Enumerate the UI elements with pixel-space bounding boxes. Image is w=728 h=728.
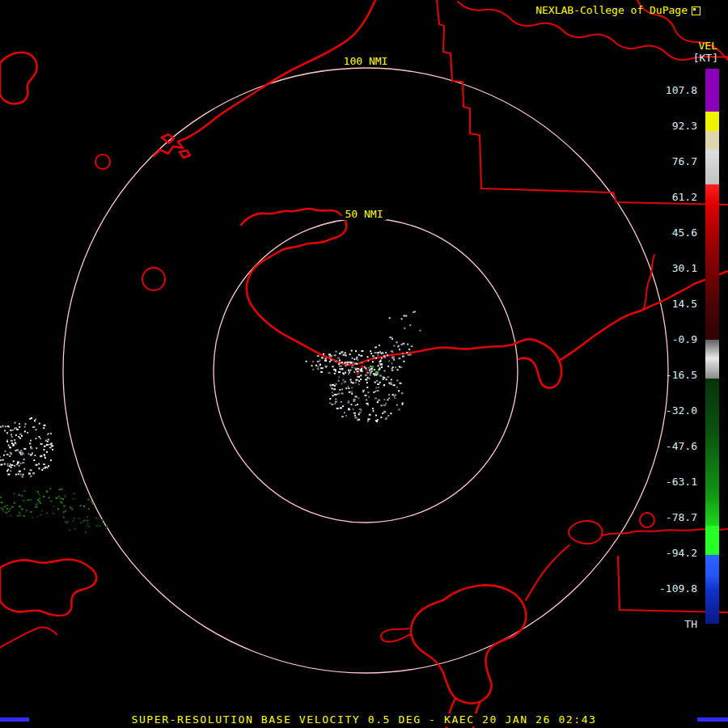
echo-pixel [84, 520, 86, 522]
echo-pixel [378, 365, 379, 366]
echo-pixel [348, 374, 349, 375]
echo-pixel [345, 365, 347, 366]
echo-pixel [369, 378, 370, 379]
echo-pixel [414, 311, 416, 312]
echo-pixel [30, 454, 32, 455]
echo-pixel [342, 405, 344, 407]
echo-pixel [41, 469, 43, 471]
echo-pixel [398, 408, 400, 410]
echo-pixel [385, 403, 387, 404]
echo-pixel [53, 506, 55, 507]
echo-pixel [373, 392, 375, 393]
echo-pixel [15, 474, 17, 476]
echo-pixel [36, 447, 37, 449]
ring-label-100nmi: 100 NMI [341, 56, 392, 67]
colorbar-units: [KT] [693, 53, 718, 64]
echo-pixel [5, 451, 6, 452]
echo-pixel [23, 515, 25, 517]
echo-pixel [6, 505, 8, 506]
echo-pixel [50, 501, 53, 502]
echo-pixel [44, 457, 46, 459]
echo-pixel [370, 368, 373, 370]
echo-pixel [334, 354, 336, 356]
echo-pixel [7, 474, 10, 476]
echo-pixel [28, 453, 30, 455]
echo-pixel [0, 497, 2, 498]
echo-pixel [23, 468, 25, 470]
echo-pixel [356, 363, 358, 365]
echo-pixel [2, 459, 4, 461]
echo-pixel [372, 408, 374, 409]
echo-pixel [339, 368, 341, 370]
echo-pixel [361, 409, 362, 411]
echo-pixel [393, 345, 395, 347]
echo-pixel [329, 361, 331, 362]
echo-pixel [365, 367, 366, 369]
echo-pixel [18, 436, 19, 438]
echo-pixel [35, 438, 36, 439]
echo-pixel [65, 497, 66, 498]
echo-pixel [390, 382, 392, 383]
echo-pixel [387, 376, 389, 378]
echo-pixel [30, 511, 32, 513]
echo-pixel [404, 315, 406, 316]
echo-pixel [0, 426, 2, 428]
blob-lowerleft [0, 559, 96, 616]
station-flag-icon [692, 6, 700, 15]
echo-pixel [374, 369, 375, 370]
echo-pixel [39, 495, 40, 497]
echo-pixel [379, 369, 380, 370]
echo-pixel [32, 452, 33, 454]
echo-pixel [337, 358, 340, 359]
echo-pixel [74, 518, 75, 519]
echo-pixel [408, 354, 409, 356]
echo-pixel [349, 371, 350, 373]
echo-pixel [340, 407, 342, 408]
echo-pixel [348, 370, 349, 371]
echo-pixel [399, 366, 400, 367]
echo-pixel [71, 509, 73, 510]
echo-pixel [40, 438, 41, 439]
echo-pixel [368, 367, 370, 369]
echo-pixel [391, 350, 393, 352]
echo-pixel [11, 430, 14, 431]
echo-pixel [352, 365, 353, 366]
echo-pixel [359, 412, 362, 413]
echo-pixel [383, 384, 385, 386]
island-northwest-1 [162, 134, 174, 143]
echo-pixel [6, 454, 9, 455]
echo-pixel [370, 374, 371, 375]
echo-pixel [341, 362, 343, 363]
echo-pixel [380, 417, 382, 418]
echo-pixel [87, 526, 88, 527]
echo-pixel [345, 362, 346, 363]
echo-pixel [341, 388, 343, 390]
echo-pixel [30, 440, 32, 442]
echo-pixel [4, 430, 6, 431]
echo-pixel [30, 499, 32, 501]
echo-pixel [16, 450, 19, 451]
echo-pixel [379, 361, 381, 362]
echo-pixel [29, 442, 31, 444]
lake-spur-west [381, 629, 411, 641]
echo-pixel [46, 444, 49, 446]
echo-pixel [341, 368, 344, 370]
echo-pixel [8, 445, 10, 447]
echo-pixel [0, 464, 2, 466]
echo-pixel [380, 353, 382, 354]
echo-pixel [51, 445, 53, 447]
echo-pixel [387, 354, 388, 356]
echo-pixel [339, 389, 341, 391]
echo-pixel [33, 459, 35, 461]
echo-pixel [20, 463, 22, 464]
echo-pixel [367, 356, 369, 358]
echo-pixel [336, 360, 337, 362]
echo-pixel [352, 362, 353, 363]
echo-pixel [367, 421, 369, 422]
echo-pixel [368, 372, 370, 374]
echo-pixel [346, 362, 349, 363]
echo-pixel [22, 462, 24, 463]
echo-pixel [39, 436, 40, 438]
echo-pixel [401, 404, 403, 405]
echo-pixel [353, 371, 355, 373]
